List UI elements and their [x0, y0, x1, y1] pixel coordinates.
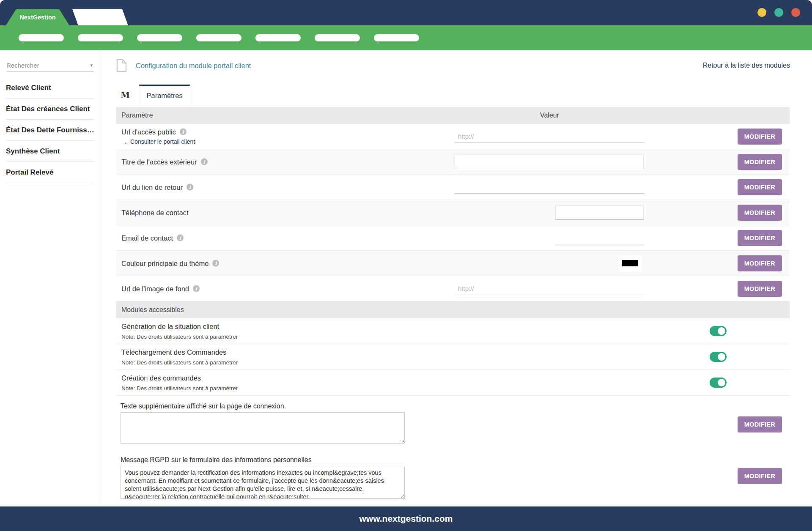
brand-tab[interactable]: NextGestion — [6, 9, 69, 25]
param-row-email-contact: Email de contact i MODIFIER — [116, 225, 790, 251]
sidebar-item-releve-client[interactable]: Relevé Client — [6, 77, 94, 99]
modify-button[interactable]: MODIFIER — [738, 179, 782, 195]
secondary-tab-shape — [72, 9, 128, 25]
param-row-url-acces-public: Url d'accès public i → Consulter le port… — [116, 124, 790, 149]
email-contact-input[interactable] — [555, 232, 644, 244]
param-row-couleur-theme: Couleur principale du thème i MODIFIER — [116, 251, 790, 276]
toggle-knob — [718, 327, 725, 335]
green-nav-bar — [0, 25, 812, 50]
module-note: Note: Des droits utilisateurs sont à par… — [121, 334, 238, 340]
module-label: Génération de la situation client — [121, 323, 219, 331]
main-content: Configuration du module portail client R… — [100, 50, 812, 506]
info-icon[interactable]: i — [180, 129, 187, 135]
sidebar-item-etat-creances-client[interactable]: État Des créances Client — [6, 99, 94, 120]
toggle-knob — [718, 379, 725, 386]
login-text-textarea[interactable] — [121, 412, 405, 443]
top-navy-bar: NextGestion — [0, 0, 812, 25]
info-icon[interactable]: i — [193, 285, 200, 292]
param-row-telephone-contact: Téléphone de contact MODIFIER — [116, 200, 790, 225]
column-valeur: Valeur — [455, 107, 645, 124]
search-input[interactable] — [6, 59, 93, 71]
nav-pill — [137, 34, 182, 41]
nav-pill — [196, 34, 241, 41]
modify-button[interactable]: MODIFIER — [738, 468, 782, 484]
table-header: Paramètre Valeur — [116, 107, 790, 124]
tabs-bar: M Paramètres — [121, 85, 190, 105]
module-label: Création des commandes — [121, 374, 201, 382]
tab-parametres[interactable]: Paramètres — [139, 85, 190, 105]
rgpd-label: Message RGPD sur le formulaire des infor… — [121, 456, 790, 464]
modify-button[interactable]: MODIFIER — [738, 281, 782, 297]
content-header: Configuration du module portail client R… — [116, 57, 790, 74]
window-dots — [757, 8, 800, 17]
modify-button[interactable]: MODIFIER — [738, 205, 782, 221]
url-image-fond-input[interactable] — [455, 282, 645, 295]
theme-color-swatch — [622, 260, 638, 266]
param-label: Url de l'image de fond — [121, 285, 189, 293]
section-modules-accessibles: Modules accessibles — [116, 301, 790, 318]
module-row-generation-situation: Génération de la situation client Note: … — [116, 318, 790, 344]
chevron-down-icon: ▾ — [90, 63, 93, 68]
teal-dot[interactable] — [774, 8, 783, 17]
modify-button[interactable]: MODIFIER — [738, 255, 782, 271]
toggle-knob — [718, 353, 725, 361]
column-parametre: Paramètre — [121, 107, 153, 124]
app-window: NextGestion ▾ Relevé Client État Des cré… — [0, 0, 812, 531]
module-toggle[interactable] — [710, 378, 727, 388]
arrow-right-icon: → — [121, 138, 128, 145]
module-note: Note: Des droits utilisateurs sont à par… — [121, 359, 238, 366]
nav-pill — [315, 34, 360, 41]
param-label: Couleur principale du thème — [121, 259, 208, 267]
param-label: Url du lien de retour — [121, 183, 183, 191]
module-row-telechargement-commandes: Téléchargement des Commandes Note: Des d… — [116, 344, 790, 370]
telephone-contact-input[interactable] — [555, 205, 644, 220]
param-label: Téléphone de contact — [121, 208, 189, 216]
param-label: Email de contact — [121, 234, 173, 242]
sidebar-search: ▾ — [6, 59, 93, 72]
sidebar-item-synthese-client[interactable]: Synthèse Client — [6, 141, 94, 162]
sidebar-menu: Relevé Client État Des créances Client É… — [0, 77, 100, 183]
module-note: Note: Des droits utilisateurs sont à par… — [121, 385, 238, 391]
footer: www.nextgestion.com — [0, 506, 812, 531]
info-icon[interactable]: i — [212, 260, 219, 267]
sidebar-item-portail-releve[interactable]: Portail Relevé — [6, 162, 94, 183]
modify-button[interactable]: MODIFIER — [738, 230, 782, 246]
module-label: Téléchargement des Commandes — [121, 348, 227, 356]
info-icon[interactable]: i — [187, 184, 193, 191]
url-acces-public-input[interactable] — [455, 130, 645, 143]
url-lien-retour-input[interactable] — [455, 181, 645, 194]
modify-button[interactable]: MODIFIER — [738, 416, 782, 432]
login-text-block: Texte supplémentaire affiché sur la page… — [116, 396, 790, 443]
param-label: Url d'accès public — [121, 128, 176, 136]
param-label: Titre de l'accès extérieur — [121, 158, 197, 166]
rgpd-textarea[interactable]: Vous pouvez demander la rectification de… — [121, 466, 405, 499]
tab-collapsed-m[interactable]: M — [121, 90, 130, 100]
sidebar-item-etat-dette-fournisseur[interactable]: État Des Dette Fourniss… — [6, 120, 94, 141]
titre-acces-exterieur-input[interactable] — [455, 155, 644, 169]
module-row-creation-commandes: Création des commandes Note: Des droits … — [116, 370, 790, 396]
footer-url: www.nextgestion.com — [359, 514, 453, 524]
parameters-table: Paramètre Valeur Url d'accès public i → … — [116, 107, 790, 498]
red-dot[interactable] — [791, 8, 800, 17]
nav-pill — [374, 34, 419, 41]
sidebar: ▾ Relevé Client État Des créances Client… — [0, 50, 100, 506]
param-row-url-lien-retour: Url du lien de retour i MODIFIER — [116, 175, 790, 200]
yellow-dot[interactable] — [757, 8, 766, 17]
document-icon — [116, 59, 127, 72]
info-icon[interactable]: i — [177, 235, 184, 241]
theme-color-picker[interactable] — [619, 255, 642, 271]
consulter-portail-label: Consulter le portail client — [130, 138, 195, 145]
nav-pill — [255, 34, 301, 41]
modify-button[interactable]: MODIFIER — [738, 129, 782, 145]
nav-pill — [19, 34, 64, 41]
login-text-label: Texte supplémentaire affiché sur la page… — [121, 402, 790, 410]
modify-button[interactable]: MODIFIER — [738, 154, 782, 170]
module-toggle[interactable] — [710, 352, 727, 362]
back-to-modules-link[interactable]: Retour à la liste des modules — [703, 62, 790, 69]
consulter-portail-link[interactable]: → Consulter le portail client — [121, 138, 195, 145]
info-icon[interactable]: i — [201, 159, 208, 165]
nav-pill — [78, 34, 123, 41]
module-toggle[interactable] — [710, 326, 727, 336]
brand-label: NextGestion — [19, 14, 55, 21]
page-title: Configuration du module portail client — [136, 62, 251, 70]
